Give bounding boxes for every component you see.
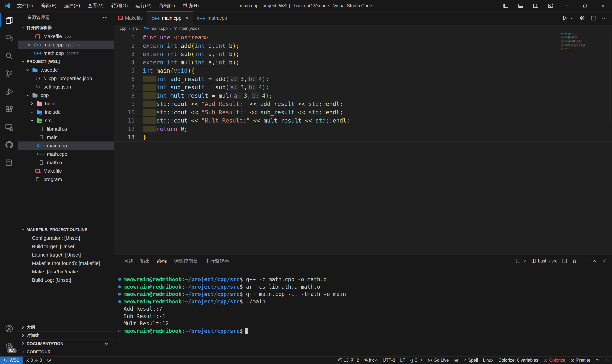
makefile-outline-item[interactable]: Configuration: [Unset] [18, 234, 114, 242]
tree-item-src[interactable]: src [18, 116, 114, 125]
tree-item-cpp[interactable]: cpp [18, 91, 114, 99]
status-spell[interactable]: ✓Spell [461, 357, 481, 364]
tab-main.cpp[interactable]: C++main.cpp× [147, 12, 193, 25]
tree-item-main.cpp[interactable]: C++main.cpp [18, 142, 114, 150]
minimize-button[interactable] [558, 0, 576, 11]
split-icon[interactable] [515, 258, 521, 264]
layout-sidebar-right-icon[interactable] [533, 3, 539, 9]
activity-settings[interactable]: BA [0, 338, 18, 355]
more-icon[interactable] [582, 258, 587, 264]
status-eol[interactable]: LF [398, 357, 408, 364]
status-indentation[interactable]: 空格: 4 [361, 357, 380, 364]
terminal[interactable]: meowrain@redmibook:~/project/cpp/src$ g+… [114, 269, 612, 356]
status-colorize[interactable]: Colorize [541, 357, 568, 364]
section-时间线[interactable]: 时间线 [18, 331, 114, 339]
tree-item-libmath.a[interactable]: libmath.a [18, 125, 114, 133]
makefile-outline-item[interactable]: Build Log: [Unset] [18, 276, 114, 284]
status-colorize-variables[interactable]: Colorize: 0 variables [496, 357, 541, 364]
panel-tab-调试控制台[interactable]: 调试控制台 [174, 255, 198, 267]
chevron-down-icon[interactable] [570, 16, 574, 20]
panel-tab-问题[interactable]: 问题 [123, 255, 133, 267]
pin-icon[interactable] [104, 341, 108, 346]
code-editor[interactable]: 1#include <iostream>2extern int add(int … [114, 32, 612, 255]
activity-remote-explorer[interactable] [0, 118, 18, 136]
editor-scrollbar[interactable] [607, 33, 611, 120]
tree-item-main[interactable]: main [18, 133, 114, 142]
trash-icon[interactable] [572, 258, 577, 264]
section-CODETOUR[interactable]: CODETOUR [18, 348, 114, 356]
close-button[interactable] [594, 0, 612, 11]
menu-item-2[interactable]: 选择(S) [60, 0, 84, 11]
menu-item-1[interactable]: 编辑(E) [37, 0, 60, 11]
status-feedback[interactable] [593, 357, 602, 364]
split-icon[interactable] [590, 15, 596, 21]
panel-tab-串行监视器[interactable]: 串行监视器 [205, 255, 229, 267]
tree-item-Makefile[interactable]: Makefile [18, 167, 114, 175]
tree-item-program[interactable]: program [18, 175, 114, 183]
gear-icon[interactable] [579, 15, 585, 21]
restore-button[interactable] [576, 0, 594, 11]
tab-math.cpp[interactable]: C++math.cpp [193, 12, 232, 25]
activity-source-control[interactable] [0, 65, 18, 83]
makefile-outline-item[interactable]: Makefile (not found): [makefile] [18, 259, 114, 267]
breadcrumb-item-main(void)[interactable]: main(void) [173, 26, 199, 31]
breadcrumb-item-cpp[interactable]: cpp [120, 26, 126, 31]
makefile-outline-header[interactable]: MAKEFILE: PROJECT OUTLINE [18, 225, 114, 234]
open-editors-header[interactable]: 打开的编辑器 [18, 23, 114, 32]
open-editor-row[interactable]: ×C++main.cppcpp/src [18, 40, 114, 49]
close-icon[interactable] [602, 258, 607, 264]
makefile-outline-item[interactable]: Make: [/usr/bin/make] [18, 267, 114, 276]
remote-indicator[interactable]: WSL [0, 357, 23, 364]
status-encoding[interactable]: UTF-8 [380, 357, 398, 364]
menu-item-0[interactable]: 文件(F) [13, 0, 37, 11]
status-go-live[interactable]: Go Live [425, 357, 451, 364]
status-history[interactable] [44, 357, 54, 364]
layout-grid-icon[interactable] [548, 3, 554, 9]
explorer-more-actions-icon[interactable] [102, 14, 108, 20]
breadcrumb-item-main.cpp[interactable]: C++main.cpp [144, 26, 168, 31]
chevron-down-icon[interactable] [523, 259, 527, 263]
menu-item-6[interactable]: 终端(T) [156, 0, 179, 11]
activity-run-debug[interactable] [0, 83, 18, 100]
tree-item-build[interactable]: build [18, 99, 114, 108]
open-editor-row[interactable]: C++math.cppcpp/src [18, 49, 114, 57]
project-header[interactable]: PROJECT [WSL] [18, 57, 114, 66]
status-copilot[interactable] [451, 357, 461, 364]
status-language-mode[interactable]: {}C++ [408, 357, 425, 364]
section-DOCUMENTATION[interactable]: DOCUMENTATION [18, 339, 114, 348]
tree-item-settings.json[interactable]: {..}settings.json [18, 83, 114, 91]
chevron-up-icon[interactable] [592, 258, 597, 264]
tree-item-include[interactable]: include [18, 108, 114, 116]
run-icon[interactable] [562, 15, 568, 21]
status-notifications[interactable] [602, 357, 612, 364]
tree-item-math.cpp[interactable]: C++math.cpp [18, 150, 114, 158]
tree-item-.vscode[interactable]: .vscode [18, 66, 114, 74]
activity-account[interactable] [0, 320, 18, 338]
panel-tab-终端[interactable]: 终端 [157, 255, 167, 267]
minimap[interactable]: #include <iostream>extern int add(int a,… [561, 33, 585, 50]
menu-item-4[interactable]: 转到(G) [107, 0, 132, 11]
terminal-instance[interactable]: bash - src [531, 259, 557, 264]
status-platform[interactable]: Linux [480, 357, 496, 364]
menu-item-7[interactable]: 帮助(H) [179, 0, 203, 11]
makefile-outline-item[interactable]: Build target: [Unset] [18, 242, 114, 251]
status-cursor-position[interactable]: 行 13, 列 2 [336, 357, 362, 364]
status-prettier[interactable]: Prettier [568, 357, 593, 364]
tree-item-c_cpp_properties.json[interactable]: {..}c_cpp_properties.json [18, 74, 114, 83]
panel-tab-输出[interactable]: 输出 [140, 255, 150, 267]
open-editor-row[interactable]: Makefilecpp [18, 32, 114, 40]
menu-item-5[interactable]: 运行(R) [132, 0, 156, 11]
more-icon[interactable] [601, 15, 607, 21]
status-problems[interactable]: 00 [23, 357, 45, 364]
layout-panel-icon[interactable] [518, 3, 524, 9]
menu-item-3[interactable]: 查看(V) [84, 0, 107, 11]
activity-extensions[interactable] [0, 100, 18, 118]
activity-chat[interactable] [0, 29, 18, 47]
activity-explorer[interactable] [0, 12, 18, 29]
tab-Makefile[interactable]: Makefile [114, 12, 147, 25]
tree-item-math.o[interactable]: math.o [18, 158, 114, 167]
split-icon[interactable] [562, 258, 567, 264]
makefile-outline-item[interactable]: Launch target: [Unset] [18, 251, 114, 259]
close-editor-icon[interactable]: × [27, 42, 30, 48]
activity-github[interactable] [0, 136, 18, 154]
